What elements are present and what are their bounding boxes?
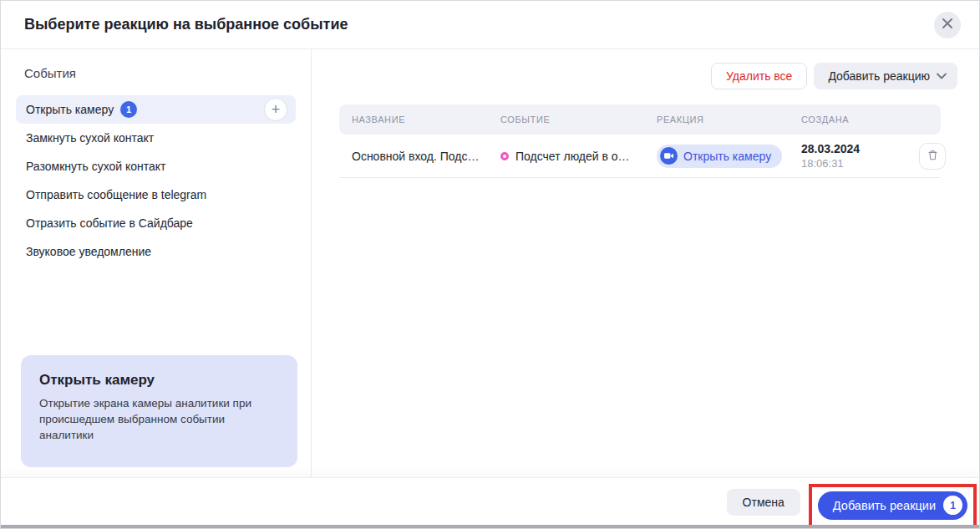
- event-cell-label: Подсчет людей в о…: [515, 150, 630, 163]
- reaction-badge[interactable]: Открыть камеру: [657, 145, 782, 168]
- dialog-title: Выберите реакцию на выбранное событие: [24, 16, 934, 33]
- submit-count-badge: 1: [943, 496, 962, 515]
- camera-icon: [660, 147, 678, 165]
- table-row: Основной вход. Подс… Подсчет людей в о… …: [339, 135, 941, 178]
- info-card-description: Открытие экрана камеры аналитики при про…: [39, 396, 282, 444]
- dialog-footer: Отмена Добавить реакции 1: [1, 477, 979, 526]
- column-header-created: СОЗДАНА: [801, 114, 907, 125]
- delete-row-button[interactable]: [919, 143, 946, 170]
- add-event-button[interactable]: +: [264, 98, 287, 121]
- created-time: 18:06:31: [801, 157, 907, 170]
- reactions-panel: Удалить все Добавить реакцию НАЗВАНИЕ СО…: [312, 49, 979, 477]
- row-actions-cell: [907, 143, 946, 170]
- column-header-reaction: РЕАКЦИЯ: [657, 114, 801, 125]
- reaction-badge-label: Открыть камеру: [683, 150, 771, 163]
- reactions-table: НАЗВАНИЕ СОБЫТИЕ РЕАКЦИЯ СОЗДАНА Основно…: [339, 104, 941, 178]
- add-reactions-submit-button[interactable]: Добавить реакции 1: [818, 491, 967, 520]
- sidebar-heading: События: [24, 66, 311, 80]
- table-header-row: НАЗВАНИЕ СОБЫТИЕ РЕАКЦИЯ СОЗДАНА: [339, 104, 941, 135]
- event-item-label: Отправить сообщение в telegram: [26, 188, 206, 201]
- event-item-label: Звуковое уведомление: [26, 245, 151, 258]
- event-item-label: Разомкнуть сухой контакт: [26, 160, 166, 173]
- submit-label: Добавить реакции: [833, 499, 936, 512]
- reaction-cell: Открыть камеру: [657, 145, 801, 168]
- reaction-dialog: Выберите реакцию на выбранное событие Со…: [0, 0, 980, 529]
- event-type-icon: [500, 152, 509, 160]
- plus-icon: +: [272, 102, 281, 117]
- event-list: Открыть камеру 1 + Замкнуть сухой контак…: [1, 95, 311, 266]
- sidebar-item-open-camera[interactable]: Открыть камеру 1 +: [16, 95, 296, 124]
- toolbar: Удалить все Добавить реакцию: [312, 49, 979, 104]
- reaction-name-cell: Основной вход. Подс…: [352, 150, 500, 163]
- chevron-down-icon: [937, 73, 947, 79]
- cancel-button[interactable]: Отмена: [727, 489, 800, 516]
- sidebar-item-sidebar-event[interactable]: Отразить событие в Сайдбаре: [16, 209, 296, 237]
- reaction-event-cell: Подсчет людей в о…: [500, 150, 657, 163]
- created-date: 28.03.2024: [801, 142, 907, 155]
- event-item-label: Замкнуть сухой контакт: [26, 131, 154, 145]
- red-highlight-annotation: Добавить реакции 1: [809, 484, 977, 529]
- dialog-header: Выберите реакцию на выбранное событие: [1, 1, 979, 49]
- trash-icon: [927, 149, 939, 164]
- column-header-name: НАЗВАНИЕ: [352, 114, 500, 125]
- sidebar-item-sound-notification[interactable]: Звуковое уведомление: [16, 237, 296, 266]
- sidebar-item-telegram-message[interactable]: Отправить сообщение в telegram: [16, 181, 296, 209]
- event-item-label: Отразить событие в Сайдбаре: [26, 216, 193, 230]
- window-bottom-edge: [1, 525, 979, 528]
- close-icon: [942, 18, 953, 32]
- created-cell: 28.03.2024 18:06:31: [801, 142, 907, 170]
- sidebar-item-close-dry-contact[interactable]: Замкнуть сухой контакт: [16, 124, 296, 152]
- info-card-title: Открыть камеру: [39, 372, 279, 389]
- event-count-badge: 1: [120, 101, 137, 118]
- column-header-event: СОБЫТИЕ: [500, 114, 657, 125]
- delete-all-button[interactable]: Удалить все: [711, 63, 807, 89]
- event-item-label: Открыть камеру: [26, 103, 114, 116]
- reaction-info-card: Открыть камеру Открытие экрана камеры ан…: [21, 355, 297, 467]
- add-reaction-dropdown[interactable]: Добавить реакцию: [814, 63, 957, 89]
- add-reaction-label: Добавить реакцию: [828, 69, 930, 83]
- close-button[interactable]: [934, 12, 961, 38]
- events-sidebar: События Открыть камеру 1 + Замкнуть сухо…: [1, 49, 312, 477]
- sidebar-item-open-dry-contact[interactable]: Разомкнуть сухой контакт: [16, 152, 296, 181]
